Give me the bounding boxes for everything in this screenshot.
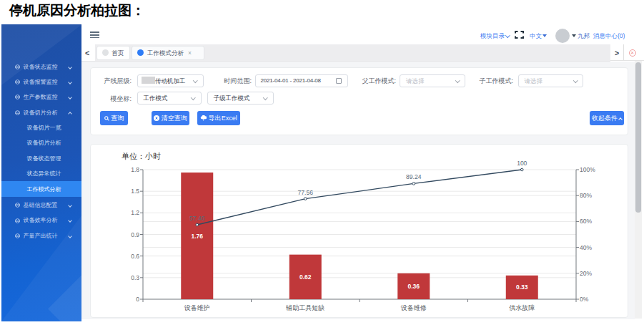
svg-text:1.8: 1.8 <box>131 166 139 173</box>
svg-text:设备维修: 设备维修 <box>401 304 427 311</box>
svg-text:0.3: 0.3 <box>131 274 139 281</box>
svg-text:1.76: 1.76 <box>191 233 203 240</box>
svg-text:100%: 100% <box>580 166 595 173</box>
svg-text:供水故障: 供水故障 <box>509 304 535 311</box>
svg-text:40%: 40% <box>580 244 592 251</box>
svg-text:0: 0 <box>136 296 139 303</box>
svg-text:20%: 20% <box>580 270 592 277</box>
svg-text:设备维护: 设备维护 <box>184 304 210 311</box>
svg-text:0.62: 0.62 <box>299 273 312 281</box>
svg-text:1.2: 1.2 <box>131 209 139 216</box>
svg-text:80%: 80% <box>580 192 592 199</box>
svg-text:单位：小时: 单位：小时 <box>122 152 161 160</box>
svg-text:0.6: 0.6 <box>131 253 139 260</box>
svg-text:0.9: 0.9 <box>131 231 139 238</box>
svg-text:0%: 0% <box>580 296 589 303</box>
svg-text:57.46: 57.46 <box>189 215 205 222</box>
svg-text:1.5: 1.5 <box>131 188 139 195</box>
svg-text:77.56: 77.56 <box>298 189 314 196</box>
svg-text:100: 100 <box>517 160 527 167</box>
svg-text:89.24: 89.24 <box>406 173 422 180</box>
svg-text:0.33: 0.33 <box>516 283 528 291</box>
svg-text:辅助工具短缺: 辅助工具短缺 <box>285 304 325 311</box>
svg-text:0.36: 0.36 <box>407 283 420 290</box>
svg-text:60%: 60% <box>580 218 592 225</box>
